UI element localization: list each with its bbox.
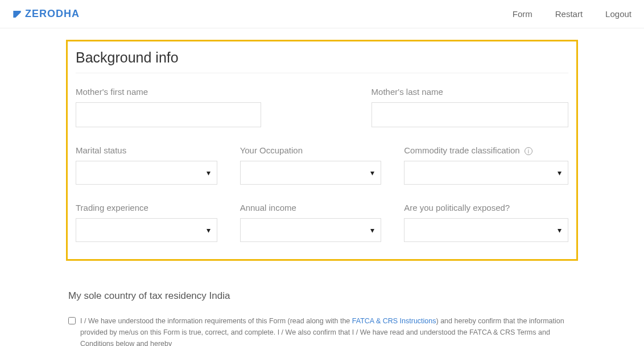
section-title: Background info: [76, 49, 568, 73]
marital-status-label: Marital status: [76, 145, 217, 155]
pep-select[interactable]: [404, 218, 568, 242]
consent-text: I / We have understood the information r…: [80, 315, 576, 346]
commodity-select[interactable]: [404, 161, 568, 185]
group-pep: Are you politically exposed?: [404, 203, 568, 242]
annual-income-label: Annual income: [240, 203, 382, 212]
group-mothers-last-name: Mother's last name: [371, 87, 568, 127]
annual-income-select[interactable]: [240, 218, 382, 242]
marital-status-select-wrap: [76, 161, 217, 185]
group-commodity: Commodity trade classification i: [404, 145, 568, 185]
marital-status-select[interactable]: [76, 161, 217, 185]
header: ZERODHA Form Restart Logout: [0, 0, 644, 28]
background-info-section: Background info Mother's first name Moth…: [66, 40, 578, 261]
pep-select-wrap: [404, 218, 568, 242]
trading-experience-select[interactable]: [76, 218, 217, 242]
info-icon[interactable]: i: [525, 147, 532, 155]
commodity-select-wrap: [404, 161, 568, 185]
occupation-select[interactable]: [240, 161, 382, 185]
commodity-label: Commodity trade classification i: [404, 145, 568, 155]
commodity-label-text: Commodity trade classification: [404, 145, 519, 155]
pep-label: Are you politically exposed?: [404, 203, 568, 212]
consent-prefix: I / We have understood the information r…: [80, 317, 352, 325]
row-status-occupation-commodity: Marital status Your Occupation Commodity…: [76, 145, 568, 185]
row-experience-income-pep: Trading experience Annual income Are you…: [76, 203, 568, 242]
group-annual-income: Annual income: [240, 203, 404, 242]
occupation-select-wrap: [240, 161, 382, 185]
tax-residency-section: My sole country of tax residency India I…: [66, 290, 578, 346]
occupation-label: Your Occupation: [240, 145, 382, 155]
mothers-last-name-label: Mother's last name: [371, 87, 568, 97]
row-mothers-name: Mother's first name Mother's last name: [76, 87, 568, 127]
group-mothers-first-name: Mother's first name: [76, 87, 273, 127]
fatca-link[interactable]: FATCA & CRS Instructions: [352, 317, 436, 325]
annual-income-select-wrap: [240, 218, 382, 242]
mothers-first-name-label: Mother's first name: [76, 87, 261, 97]
nav-logout[interactable]: Logout: [605, 9, 631, 19]
consent-row: I / We have understood the information r…: [68, 315, 576, 346]
nav-form[interactable]: Form: [513, 9, 532, 19]
nav-restart[interactable]: Restart: [555, 9, 583, 19]
mothers-first-name-input[interactable]: [76, 102, 261, 127]
consent-checkbox[interactable]: [68, 317, 76, 324]
mothers-last-name-input[interactable]: [371, 102, 568, 127]
content: Background info Mother's first name Moth…: [60, 40, 584, 346]
group-occupation: Your Occupation: [240, 145, 404, 185]
trading-experience-select-wrap: [76, 218, 217, 242]
tax-residency-title: My sole country of tax residency India: [68, 290, 576, 302]
group-marital-status: Marital status: [76, 145, 240, 185]
brand-name: ZERODHA: [25, 8, 80, 20]
trading-experience-label: Trading experience: [76, 203, 217, 212]
group-trading-experience: Trading experience: [76, 203, 240, 242]
nav: Form Restart Logout: [513, 9, 631, 19]
brand-logo: ZERODHA: [13, 8, 80, 20]
zerodha-icon: [13, 10, 22, 19]
